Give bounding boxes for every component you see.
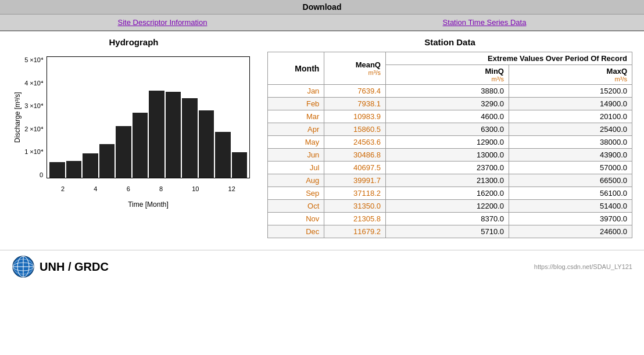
bar-jan [49, 162, 65, 178]
cell-meanq: 15860.5 [324, 123, 386, 136]
station-time-series-link[interactable]: Station Time Series Data [443, 18, 527, 27]
cell-meanq: 39991.7 [324, 174, 386, 187]
bar-aug [166, 92, 181, 178]
bar-may [116, 126, 131, 178]
site-descriptor-link[interactable]: Site Descriptor Information [118, 18, 207, 27]
hydrograph-section: Hydrograph Discharge [m³/s] 5 ×10⁴ 4 ×10… [12, 37, 256, 213]
cell-minq: 8370.0 [385, 213, 509, 225]
cell-month: Apr [268, 123, 324, 136]
th-minq: MinQ m³/s [385, 65, 509, 85]
bar-dec [232, 152, 248, 178]
cell-maxq: 51400.0 [509, 200, 632, 213]
cell-maxq: 38000.0 [509, 136, 632, 149]
station-section: Station Data Month MeanQ m³/s Extreme Va… [267, 37, 632, 238]
cell-month: May [268, 136, 324, 149]
cell-minq: 23700.0 [385, 162, 509, 174]
th-maxq: MaxQ m³/s [509, 65, 632, 85]
table-row: May24563.612900.038000.0 [268, 136, 632, 149]
cell-meanq: 30486.8 [324, 149, 386, 162]
cell-month: Oct [268, 200, 324, 213]
cell-month: Jan [268, 85, 324, 98]
station-table: Month MeanQ m³/s Extreme Values Over Per… [267, 52, 632, 238]
cell-meanq: 10983.9 [324, 110, 386, 123]
table-row: Jan7639.43880.015200.0 [268, 85, 632, 98]
x-label-8: 8 [159, 185, 163, 192]
hydrograph-title: Hydrograph [12, 37, 256, 47]
cell-meanq: 21305.8 [324, 213, 386, 225]
bar-nov [215, 132, 231, 178]
cell-maxq: 25400.0 [509, 123, 632, 136]
download-header: Download [0, 0, 644, 15]
bar-jul [149, 91, 164, 178]
cell-maxq: 20100.0 [509, 110, 632, 123]
y-label-3: 3 ×10⁴ [24, 102, 43, 110]
bar-oct [199, 110, 214, 178]
cell-maxq: 56100.0 [509, 187, 632, 200]
cell-meanq: 7639.4 [324, 85, 386, 98]
chart-container: Discharge [m³/s] 5 ×10⁴ 4 ×10⁴ 3 ×10⁴ 2 … [12, 51, 256, 213]
y-label-0: 0 [40, 171, 43, 178]
bar-sep [182, 98, 198, 178]
x-label-6: 6 [127, 185, 130, 192]
table-row: Sep37118.216200.056100.0 [268, 187, 632, 200]
table-row: Feb7938.13290.014900.0 [268, 98, 632, 110]
cell-month: Jul [268, 162, 324, 174]
cell-meanq: 37118.2 [324, 187, 386, 200]
cell-maxq: 15200.0 [509, 85, 632, 98]
table-row: Aug39991.721300.066500.0 [268, 174, 632, 187]
y-label-2: 2 ×10⁴ [24, 125, 43, 133]
footer-url: https://blog.csdn.net/SDAU_LY121 [534, 263, 632, 270]
cell-month: Mar [268, 110, 324, 123]
cell-maxq: 43900.0 [509, 149, 632, 162]
cell-month: Sep [268, 187, 324, 200]
cell-meanq: 31350.0 [324, 200, 386, 213]
main-content: Hydrograph Discharge [m³/s] 5 ×10⁴ 4 ×10… [0, 31, 644, 244]
table-row: Apr15860.56300.025400.0 [268, 123, 632, 136]
cell-maxq: 39700.0 [509, 213, 632, 225]
bar-apr [99, 144, 115, 178]
cell-month: Nov [268, 213, 324, 225]
cell-minq: 16200.0 [385, 187, 509, 200]
th-meanq: MeanQ m³/s [324, 52, 386, 85]
th-month: Month [268, 52, 324, 85]
cell-meanq: 11679.2 [324, 225, 386, 238]
cell-minq: 12900.0 [385, 136, 509, 149]
cell-meanq: 40697.5 [324, 162, 386, 174]
y-label-5: 5 ×10⁴ [24, 56, 43, 64]
table-row: Nov21305.88370.039700.0 [268, 213, 632, 225]
cell-meanq: 24563.6 [324, 136, 386, 149]
cell-minq: 13000.0 [385, 149, 509, 162]
cell-minq: 3290.0 [385, 98, 509, 110]
header-links: Site Descriptor Information Station Time… [0, 15, 644, 31]
cell-maxq: 24600.0 [509, 225, 632, 238]
cell-minq: 4600.0 [385, 110, 509, 123]
table-row: Oct31350.012200.051400.0 [268, 200, 632, 213]
table-row: Dec11679.25710.024600.0 [268, 225, 632, 238]
x-label-2: 2 [61, 185, 65, 192]
footer: UNH / GRDC https://blog.csdn.net/SDAU_LY… [0, 250, 644, 283]
footer-logo: UNH / GRDC [12, 255, 109, 278]
y-label-4: 4 ×10⁴ [24, 80, 43, 87]
y-label-1: 1 ×10⁴ [24, 148, 43, 156]
cell-maxq: 66500.0 [509, 174, 632, 187]
x-axis-title: Time [Month] [46, 200, 250, 209]
cell-month: Jun [268, 149, 324, 162]
chart-area [46, 56, 250, 178]
cell-minq: 6300.0 [385, 123, 509, 136]
footer-logo-text: UNH / GRDC [40, 260, 109, 274]
cell-maxq: 14900.0 [509, 98, 632, 110]
cell-meanq: 7938.1 [324, 98, 386, 110]
cell-month: Feb [268, 98, 324, 110]
cell-minq: 5710.0 [385, 225, 509, 238]
x-label-4: 4 [94, 185, 97, 192]
y-axis: 5 ×10⁴ 4 ×10⁴ 3 ×10⁴ 2 ×10⁴ 1 ×10⁴ 0 [12, 56, 45, 178]
x-axis: 2 4 6 8 10 12 [46, 185, 250, 192]
cell-minq: 21300.0 [385, 174, 509, 187]
station-title: Station Data [267, 37, 632, 47]
download-label: Download [303, 2, 342, 12]
cell-maxq: 57000.0 [509, 162, 632, 174]
cell-minq: 3880.0 [385, 85, 509, 98]
bar-feb [66, 161, 82, 178]
cell-month: Aug [268, 174, 324, 187]
x-label-12: 12 [228, 185, 235, 192]
